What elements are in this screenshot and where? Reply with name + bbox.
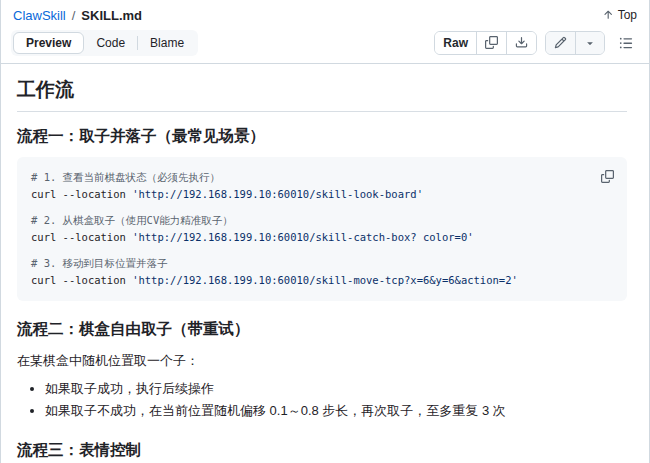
section2-list: 如果取子成功，执行后续操作 如果取子不成功，在当前位置随机偏移 0.1～0.8 … <box>17 378 627 422</box>
edit-dropdown-button[interactable] <box>575 32 604 54</box>
page-title: 工作流 <box>17 78 627 112</box>
edit-button-group <box>545 31 605 55</box>
copy-raw-button[interactable] <box>476 32 506 54</box>
code-block-workflow1: # 1. 查看当前棋盘状态（必须先执行） curl --location 'ht… <box>17 157 627 301</box>
markdown-preview: 工作流 流程一：取子并落子（最常见场景） # 1. 查看当前棋盘状态（必须先执行… <box>1 64 649 463</box>
copy-icon <box>485 36 498 49</box>
arrow-up-icon <box>602 9 614 21</box>
code-command: curl --location 'http://192.168.199.10:6… <box>31 229 613 246</box>
copy-code-button-1[interactable] <box>595 164 619 188</box>
section2-heading: 流程二：棋盒自由取子（带重试） <box>17 319 627 338</box>
code-comment: # 1. 查看当前棋盘状态（必须先执行） <box>31 169 613 186</box>
file-view-container: ClawSkill / SKILL.md Top Preview Code Bl… <box>0 0 650 463</box>
code-command: curl --location 'http://192.168.199.10:6… <box>31 186 613 203</box>
download-button[interactable] <box>506 32 536 54</box>
section2-paragraph: 在某棋盒中随机位置取一个子： <box>17 351 627 371</box>
code-command: curl --location 'http://192.168.199.10:6… <box>31 272 613 289</box>
code-comment: # 3. 移动到目标位置并落子 <box>31 255 613 272</box>
outline-button[interactable] <box>613 31 639 55</box>
tab-code[interactable]: Code <box>84 32 137 54</box>
edit-button[interactable] <box>546 32 575 54</box>
view-switcher: Preview Code Blame <box>11 30 198 56</box>
breadcrumb-file-name: SKILL.md <box>81 8 142 23</box>
chevron-down-icon <box>584 37 596 49</box>
pencil-icon <box>554 36 567 49</box>
download-icon <box>515 36 528 49</box>
breadcrumb-repo-link[interactable]: ClawSkill <box>13 8 66 23</box>
code-blank-line <box>31 203 613 212</box>
list-item: 如果取子成功，执行后续操作 <box>45 378 627 400</box>
back-to-top-label: Top <box>618 8 637 22</box>
raw-button-group: Raw <box>434 31 537 55</box>
section1-heading: 流程一：取子并落子（最常见场景） <box>17 126 627 145</box>
tab-preview[interactable]: Preview <box>13 32 84 54</box>
breadcrumb-separator: / <box>72 8 76 23</box>
tab-blame[interactable]: Blame <box>138 32 196 54</box>
breadcrumb: ClawSkill / SKILL.md Top <box>1 0 649 26</box>
raw-button[interactable]: Raw <box>435 32 476 54</box>
outline-icon <box>619 36 633 50</box>
toolbar-right: Raw <box>434 31 639 55</box>
code-blank-line <box>31 246 613 255</box>
copy-icon <box>601 170 614 183</box>
back-to-top-link[interactable]: Top <box>602 8 637 22</box>
list-item: 如果取子不成功，在当前位置随机偏移 0.1～0.8 步长，再次取子，至多重复 3… <box>45 400 627 422</box>
section3-heading: 流程三：表情控制 <box>17 440 627 459</box>
file-toolbar: Preview Code Blame Raw <box>1 26 649 64</box>
code-comment: # 2. 从棋盒取子（使用CV能力精准取子） <box>31 212 613 229</box>
